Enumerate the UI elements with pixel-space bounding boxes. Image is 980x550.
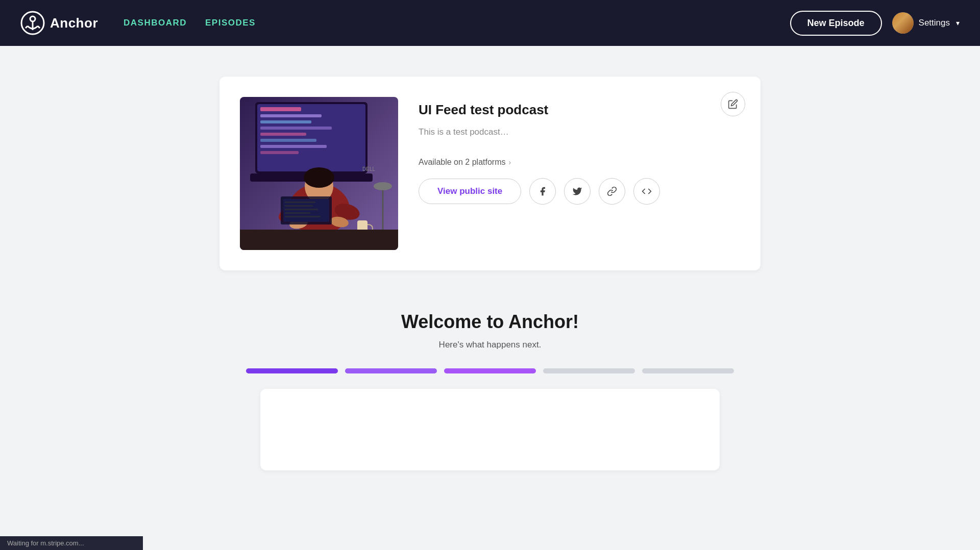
chevron-down-icon: ▾ — [956, 19, 960, 27]
logo-link[interactable]: Anchor — [20, 11, 98, 35]
link-icon — [607, 186, 617, 196]
svg-rect-25 — [240, 230, 398, 250]
facebook-icon — [537, 186, 548, 196]
action-row: View public site — [419, 178, 740, 205]
avatar-image — [892, 12, 914, 34]
step-bar-2[interactable] — [345, 368, 437, 373]
svg-rect-10 — [260, 120, 311, 123]
svg-text:DELL: DELL — [362, 166, 375, 172]
nav-links: DASHBOARD EPISODES — [124, 18, 770, 28]
podcast-details: UI Feed test podcast This is a test podc… — [419, 97, 740, 205]
nav-episodes[interactable]: EPISODES — [205, 18, 256, 28]
welcome-subtitle: Here's what happens next. — [219, 340, 761, 350]
link-button[interactable] — [599, 178, 625, 205]
platforms-text: Available on 2 platforms — [419, 158, 505, 167]
welcome-section: Welcome to Anchor! Here's what happens n… — [219, 301, 761, 491]
progress-steps — [219, 368, 761, 373]
settings-label: Settings — [919, 18, 950, 28]
view-public-button[interactable]: View public site — [419, 179, 521, 204]
welcome-title: Welcome to Anchor! — [219, 311, 761, 333]
main-content: DELL UI Feed test podcast This is a test… — [209, 46, 771, 511]
svg-rect-13 — [260, 139, 316, 142]
svg-line-4 — [38, 26, 40, 28]
svg-point-35 — [374, 182, 392, 190]
twitter-icon — [572, 186, 582, 196]
avatar — [892, 12, 914, 34]
facebook-button[interactable] — [529, 178, 556, 205]
svg-rect-11 — [260, 127, 332, 130]
content-card — [260, 389, 720, 470]
svg-rect-31 — [285, 212, 310, 214]
svg-line-3 — [26, 26, 28, 28]
anchor-logo-icon — [20, 11, 45, 35]
platforms-link[interactable]: Available on 2 platforms › — [419, 158, 511, 167]
svg-rect-28 — [285, 202, 315, 203]
podcast-description: This is a test podcast… — [419, 127, 740, 137]
podcast-card: DELL UI Feed test podcast This is a test… — [219, 77, 761, 270]
svg-point-21 — [304, 167, 334, 188]
edit-button[interactable] — [721, 92, 745, 116]
svg-point-1 — [30, 16, 35, 21]
embed-button[interactable] — [633, 178, 660, 205]
step-bar-5[interactable] — [642, 368, 734, 373]
navbar: Anchor DASHBOARD EPISODES New Episode Se… — [0, 0, 980, 46]
svg-rect-7 — [257, 104, 365, 171]
edit-icon — [728, 99, 738, 109]
svg-rect-8 — [260, 107, 301, 111]
svg-rect-32 — [285, 216, 321, 217]
podcast-image: DELL — [240, 97, 398, 250]
twitter-button[interactable] — [564, 178, 591, 205]
svg-rect-29 — [285, 205, 313, 207]
svg-rect-14 — [260, 145, 327, 148]
podcast-cover-art: DELL — [240, 97, 398, 250]
svg-rect-15 — [260, 151, 299, 154]
step-bar-1[interactable] — [246, 368, 338, 373]
svg-rect-30 — [285, 209, 318, 210]
arrow-icon: › — [508, 158, 511, 166]
step-bar-4[interactable] — [543, 368, 635, 373]
new-episode-button[interactable]: New Episode — [790, 11, 882, 36]
settings-area[interactable]: Settings ▾ — [892, 12, 960, 34]
status-bar: Waiting for m.stripe.com... — [0, 536, 143, 550]
svg-rect-12 — [260, 133, 306, 136]
svg-rect-9 — [260, 114, 322, 117]
step-bar-3[interactable] — [444, 368, 536, 373]
nav-dashboard[interactable]: DASHBOARD — [124, 18, 187, 28]
code-icon — [642, 186, 652, 196]
logo-text: Anchor — [50, 15, 98, 31]
nav-right: New Episode Settings ▾ — [790, 11, 960, 36]
podcast-title: UI Feed test podcast — [419, 102, 740, 118]
platforms-row: Available on 2 platforms › — [419, 158, 740, 167]
status-text: Waiting for m.stripe.com... — [7, 539, 84, 547]
